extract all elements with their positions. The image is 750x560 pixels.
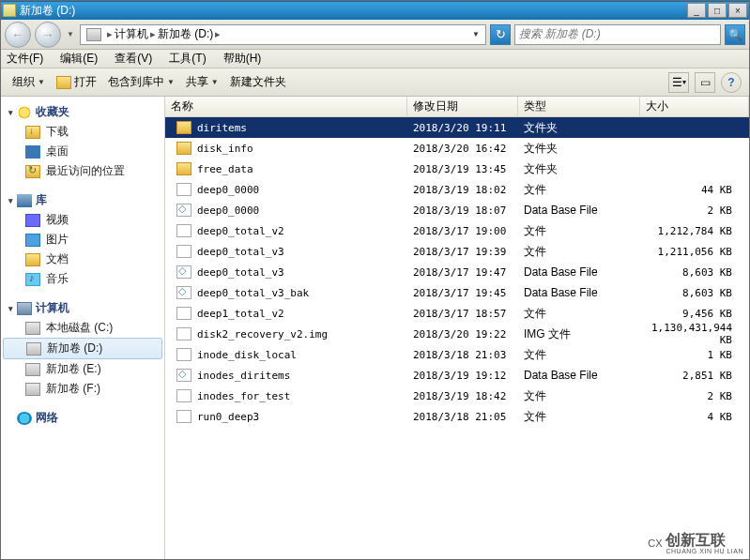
file-date: 2018/3/17 19:45 <box>413 287 524 299</box>
file-date: 2018/3/19 18:02 <box>413 184 524 196</box>
preview-pane-button[interactable]: ▭ <box>695 72 715 93</box>
window-icon <box>3 4 16 17</box>
sidebar-item-downloads[interactable]: 下载 <box>1 122 164 142</box>
back-button[interactable]: ← <box>5 22 31 48</box>
sidebar-favorites-label: 收藏夹 <box>36 104 69 120</box>
file-row[interactable]: run0_deep32018/3/18 21:05文件4 KB <box>165 406 749 427</box>
view-options-button[interactable]: ☰▾ <box>668 72 689 93</box>
file-row[interactable]: deep1_total_v22018/3/17 18:57文件9,456 KB <box>165 303 749 324</box>
network-icon <box>17 412 32 425</box>
file-size: 1,212,784 KB <box>646 225 749 237</box>
video-icon <box>25 214 40 227</box>
window-title: 新加卷 (D:) <box>20 3 685 19</box>
close-button[interactable]: × <box>728 3 747 18</box>
file-list[interactable]: diritems2018/3/20 19:11文件夹disk_info2018/… <box>165 117 749 427</box>
file-date: 2018/3/19 19:12 <box>413 370 524 382</box>
address-bar[interactable]: ▸ 计算机 ▸ 新加卷 (D:) ▸ ▼ <box>80 24 486 45</box>
menu-help[interactable]: 帮助(H) <box>222 49 264 68</box>
file-date: 2018/3/20 19:22 <box>413 328 524 341</box>
file-size: 1 KB <box>646 349 749 361</box>
sidebar-network-label: 网络 <box>36 410 58 426</box>
toolbar-organize[interactable]: 组织 ▼ <box>8 72 49 92</box>
file-name: inode_disk_local <box>197 349 297 361</box>
toolbar-open[interactable]: 打开 <box>53 72 100 92</box>
sidebar-item-music[interactable]: 音乐 <box>1 269 164 289</box>
sidebar-item-recent[interactable]: 最近访问的位置 <box>1 161 164 181</box>
column-headers: 名称 修改日期 类型 大小 <box>165 97 749 117</box>
file-row[interactable]: deep0_total_v3_bak2018/3/17 19:45Data Ba… <box>165 282 749 303</box>
sidebar-computer-label: 计算机 <box>36 300 69 316</box>
chevron-right-icon: ▸ <box>148 28 158 40</box>
file-row[interactable]: free_data2018/3/19 13:45文件夹 <box>165 159 749 179</box>
chevron-right-icon: ▸ <box>213 28 222 40</box>
file-date: 2018/3/18 21:05 <box>413 411 524 423</box>
file-type-icon <box>176 162 191 175</box>
sidebar-item-drive-c[interactable]: 本地磁盘 (C:) <box>1 318 164 338</box>
file-date: 2018/3/18 21:03 <box>413 349 524 361</box>
file-name: disk_info <box>197 143 253 155</box>
file-date: 2018/3/19 18:07 <box>413 204 524 217</box>
drive-icon <box>26 342 41 356</box>
file-row[interactable]: deep0_00002018/3/19 18:07Data Base File2… <box>165 200 749 220</box>
file-row[interactable]: deep0_total_v22018/3/17 19:00文件1,212,784… <box>165 220 749 241</box>
menu-tools[interactable]: 工具(T) <box>167 49 207 68</box>
sidebar-header-libraries[interactable]: ▾ 库 <box>1 190 164 210</box>
toolbar-new-folder[interactable]: 新建文件夹 <box>226 72 290 92</box>
chevron-down-icon: ▼ <box>211 78 219 86</box>
sidebar-item-drive-e[interactable]: 新加卷 (E:) <box>1 359 164 379</box>
file-size: 8,603 KB <box>646 287 749 299</box>
refresh-button[interactable]: ↻ <box>490 24 511 45</box>
search-input[interactable]: 搜索 新加卷 (D:) <box>514 24 721 45</box>
toolbar-share[interactable]: 共享 ▼ <box>182 72 222 92</box>
file-type-icon <box>176 142 191 155</box>
sidebar-item-videos[interactable]: 视频 <box>1 210 164 230</box>
sidebar-item-documents[interactable]: 文档 <box>1 250 164 269</box>
column-size[interactable]: 大小 <box>640 97 749 116</box>
search-go-button[interactable]: 🔍 <box>725 24 745 45</box>
help-button[interactable]: ? <box>721 72 742 93</box>
file-row[interactable]: inode_disk_local2018/3/18 21:03文件1 KB <box>165 344 749 365</box>
file-date: 2018/3/17 19:47 <box>413 266 524 279</box>
sidebar-header-favorites[interactable]: ▾ 收藏夹 <box>1 102 164 122</box>
sidebar-header-computer[interactable]: ▾ 计算机 <box>1 298 164 318</box>
toolbar-include-label: 包含到库中 <box>108 74 164 90</box>
file-type: Data Base File <box>524 265 646 279</box>
minimize-button[interactable]: _ <box>687 3 706 18</box>
file-row[interactable]: inodes_diritems2018/3/19 19:12Data Base … <box>165 365 749 386</box>
nav-history-dropdown[interactable]: ▼ <box>65 22 76 48</box>
menu-edit[interactable]: 编辑(E) <box>58 49 99 68</box>
menu-view[interactable]: 查看(V) <box>113 49 154 68</box>
file-size: 9,456 KB <box>646 308 749 320</box>
file-size: 1,130,431,944 KB <box>646 322 749 346</box>
maximize-button[interactable]: □ <box>708 3 727 18</box>
forward-button[interactable]: → <box>35 22 61 48</box>
menu-file[interactable]: 文件(F) <box>5 49 45 68</box>
file-row[interactable]: diritems2018/3/20 19:11文件夹 <box>165 117 749 138</box>
file-row[interactable]: disk_info2018/3/20 16:42文件夹 <box>165 138 749 159</box>
sidebar-item-pictures[interactable]: 图片 <box>1 230 164 250</box>
file-size: 2 KB <box>646 390 749 402</box>
search-placeholder: 搜索 新加卷 (D:) <box>519 26 601 42</box>
sidebar-item-label: 图片 <box>46 232 69 248</box>
sidebar-header-network[interactable]: ▾ 网络 <box>1 408 164 428</box>
sidebar: ▾ 收藏夹 下载 桌面 最近访问的位置 ▾ 库 视频 图片 文档 音乐 ▾ 计算… <box>1 97 165 559</box>
file-row[interactable]: deep0_total_v32018/3/17 19:47Data Base F… <box>165 262 749 282</box>
file-type-icon <box>176 121 191 134</box>
file-name: deep1_total_v2 <box>197 308 284 320</box>
column-date[interactable]: 修改日期 <box>407 97 518 116</box>
sidebar-item-desktop[interactable]: 桌面 <box>1 142 164 161</box>
file-row[interactable]: deep0_00002018/3/19 18:02文件44 KB <box>165 179 749 200</box>
file-size: 1,211,056 KB <box>646 246 749 258</box>
column-name[interactable]: 名称 <box>165 97 407 116</box>
breadcrumb-computer[interactable]: 计算机 <box>115 26 148 42</box>
column-type[interactable]: 类型 <box>518 97 640 116</box>
breadcrumb-drive[interactable]: 新加卷 (D:) <box>158 26 213 42</box>
sidebar-item-drive-f[interactable]: 新加卷 (F:) <box>1 379 164 399</box>
file-row[interactable]: disk2_recovery_v2.img2018/3/20 19:22IMG … <box>165 324 749 344</box>
toolbar-include-library[interactable]: 包含到库中 ▼ <box>104 72 178 92</box>
sidebar-item-drive-d[interactable]: 新加卷 (D:) <box>3 338 162 359</box>
address-dropdown-icon[interactable]: ▼ <box>468 30 483 38</box>
file-row[interactable]: inodes_for_test2018/3/19 18:42文件2 KB <box>165 386 749 406</box>
file-pane: 名称 修改日期 类型 大小 diritems2018/3/20 19:11文件夹… <box>165 97 749 559</box>
file-row[interactable]: deep0_total_v32018/3/17 19:39文件1,211,056… <box>165 241 749 262</box>
